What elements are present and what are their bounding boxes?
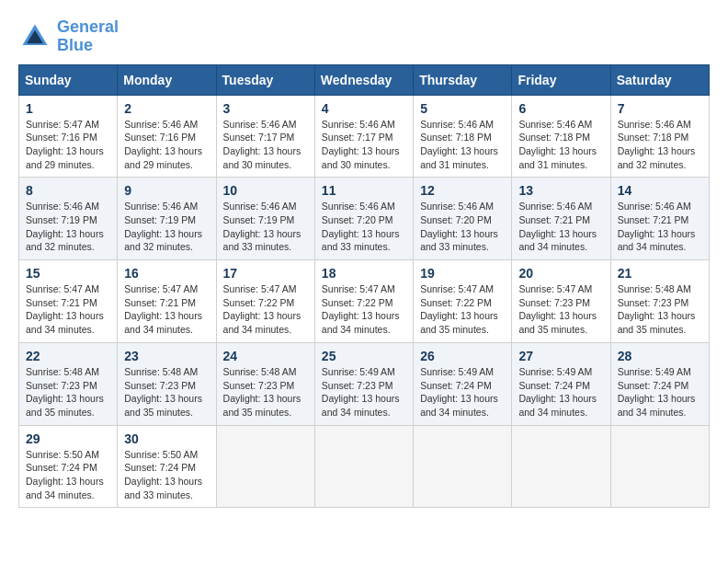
- day-number: 13: [518, 183, 603, 198]
- day-cell: [610, 425, 709, 508]
- day-info: Sunrise: 5:49 AMSunset: 7:23 PMDaylight:…: [322, 365, 406, 419]
- calendar: SundayMondayTuesdayWednesdayThursdayFrid…: [18, 64, 710, 509]
- week-row-0: 1Sunrise: 5:47 AMSunset: 7:16 PMDaylight…: [19, 95, 710, 178]
- day-info: Sunrise: 5:46 AMSunset: 7:19 PMDaylight:…: [124, 200, 209, 254]
- day-info: Sunrise: 5:47 AMSunset: 7:23 PMDaylight:…: [518, 282, 603, 337]
- day-info: Sunrise: 5:48 AMSunset: 7:23 PMDaylight:…: [26, 365, 110, 419]
- day-number: 26: [420, 349, 505, 363]
- header-tuesday: Tuesday: [216, 64, 314, 95]
- week-row-1: 8Sunrise: 5:46 AMSunset: 7:19 PMDaylight…: [19, 178, 710, 260]
- day-cell: 2Sunrise: 5:46 AMSunset: 7:16 PMDaylight…: [118, 95, 216, 178]
- day-info: Sunrise: 5:48 AMSunset: 7:23 PMDaylight:…: [124, 365, 209, 419]
- logo: General Blue: [18, 18, 119, 55]
- day-cell: 19Sunrise: 5:47 AMSunset: 7:22 PMDayligh…: [414, 260, 512, 343]
- day-info: Sunrise: 5:46 AMSunset: 7:20 PMDaylight:…: [322, 200, 406, 254]
- day-info: Sunrise: 5:46 AMSunset: 7:21 PMDaylight:…: [618, 200, 702, 254]
- day-info: Sunrise: 5:49 AMSunset: 7:24 PMDaylight:…: [618, 365, 702, 419]
- header-friday: Friday: [512, 64, 610, 95]
- day-number: 4: [322, 101, 406, 116]
- day-number: 30: [124, 431, 209, 446]
- day-number: 5: [420, 101, 505, 116]
- day-number: 24: [223, 349, 308, 363]
- day-cell: 26Sunrise: 5:49 AMSunset: 7:24 PMDayligh…: [414, 342, 512, 425]
- day-number: 11: [322, 183, 406, 198]
- header-monday: Monday: [118, 64, 216, 95]
- day-cell: 21Sunrise: 5:48 AMSunset: 7:23 PMDayligh…: [610, 260, 709, 343]
- day-info: Sunrise: 5:46 AMSunset: 7:18 PMDaylight:…: [618, 118, 702, 172]
- day-info: Sunrise: 5:46 AMSunset: 7:17 PMDaylight:…: [322, 118, 406, 172]
- day-cell: 16Sunrise: 5:47 AMSunset: 7:21 PMDayligh…: [118, 260, 216, 343]
- day-cell: 12Sunrise: 5:46 AMSunset: 7:20 PMDayligh…: [414, 178, 512, 260]
- day-number: 25: [322, 349, 406, 363]
- week-row-2: 15Sunrise: 5:47 AMSunset: 7:21 PMDayligh…: [19, 260, 710, 343]
- day-number: 20: [518, 266, 603, 281]
- day-number: 16: [124, 266, 209, 281]
- day-cell: 8Sunrise: 5:46 AMSunset: 7:19 PMDaylight…: [19, 178, 118, 260]
- day-cell: [512, 425, 610, 508]
- day-cell: 20Sunrise: 5:47 AMSunset: 7:23 PMDayligh…: [512, 260, 610, 343]
- day-number: 29: [26, 431, 110, 446]
- day-cell: 13Sunrise: 5:46 AMSunset: 7:21 PMDayligh…: [512, 178, 610, 260]
- day-cell: 24Sunrise: 5:48 AMSunset: 7:23 PMDayligh…: [216, 342, 314, 425]
- day-cell: 6Sunrise: 5:46 AMSunset: 7:18 PMDaylight…: [512, 95, 610, 178]
- day-info: Sunrise: 5:47 AMSunset: 7:22 PMDaylight:…: [223, 282, 308, 337]
- day-info: Sunrise: 5:46 AMSunset: 7:19 PMDaylight:…: [223, 200, 308, 254]
- day-cell: [216, 425, 314, 508]
- day-number: 2: [124, 101, 209, 116]
- day-info: Sunrise: 5:50 AMSunset: 7:24 PMDaylight:…: [26, 448, 110, 502]
- header-sunday: Sunday: [19, 64, 118, 95]
- day-info: Sunrise: 5:46 AMSunset: 7:18 PMDaylight:…: [518, 118, 603, 172]
- day-number: 22: [26, 349, 110, 363]
- header-wednesday: Wednesday: [314, 64, 413, 95]
- day-info: Sunrise: 5:46 AMSunset: 7:20 PMDaylight:…: [420, 200, 505, 254]
- day-info: Sunrise: 5:49 AMSunset: 7:24 PMDaylight:…: [518, 365, 603, 419]
- day-info: Sunrise: 5:48 AMSunset: 7:23 PMDaylight:…: [223, 365, 308, 419]
- day-cell: 11Sunrise: 5:46 AMSunset: 7:20 PMDayligh…: [314, 178, 413, 260]
- day-cell: [314, 425, 413, 508]
- day-info: Sunrise: 5:46 AMSunset: 7:19 PMDaylight:…: [26, 200, 110, 254]
- day-cell: 15Sunrise: 5:47 AMSunset: 7:21 PMDayligh…: [19, 260, 118, 343]
- day-info: Sunrise: 5:46 AMSunset: 7:21 PMDaylight:…: [518, 200, 603, 254]
- header: General Blue: [18, 18, 710, 55]
- day-cell: 18Sunrise: 5:47 AMSunset: 7:22 PMDayligh…: [314, 260, 413, 343]
- day-number: 14: [618, 183, 702, 198]
- day-cell: 10Sunrise: 5:46 AMSunset: 7:19 PMDayligh…: [216, 178, 314, 260]
- day-number: 6: [518, 101, 603, 116]
- header-saturday: Saturday: [610, 64, 709, 95]
- day-cell: 3Sunrise: 5:46 AMSunset: 7:17 PMDaylight…: [216, 95, 314, 178]
- day-cell: 7Sunrise: 5:46 AMSunset: 7:18 PMDaylight…: [610, 95, 709, 178]
- day-cell: 22Sunrise: 5:48 AMSunset: 7:23 PMDayligh…: [19, 342, 118, 425]
- day-cell: 25Sunrise: 5:49 AMSunset: 7:23 PMDayligh…: [314, 342, 413, 425]
- day-number: 18: [322, 266, 406, 281]
- day-cell: [414, 425, 512, 508]
- day-number: 23: [124, 349, 209, 363]
- logo-icon: [18, 20, 51, 53]
- day-number: 8: [26, 183, 110, 198]
- day-info: Sunrise: 5:50 AMSunset: 7:24 PMDaylight:…: [124, 448, 209, 502]
- day-cell: 5Sunrise: 5:46 AMSunset: 7:18 PMDaylight…: [414, 95, 512, 178]
- day-number: 9: [124, 183, 209, 198]
- day-cell: 30Sunrise: 5:50 AMSunset: 7:24 PMDayligh…: [118, 425, 216, 508]
- day-info: Sunrise: 5:48 AMSunset: 7:23 PMDaylight:…: [618, 282, 702, 337]
- day-number: 19: [420, 266, 505, 281]
- day-info: Sunrise: 5:47 AMSunset: 7:21 PMDaylight:…: [26, 282, 110, 337]
- day-info: Sunrise: 5:47 AMSunset: 7:22 PMDaylight:…: [420, 282, 505, 337]
- day-cell: 4Sunrise: 5:46 AMSunset: 7:17 PMDaylight…: [314, 95, 413, 178]
- day-info: Sunrise: 5:46 AMSunset: 7:17 PMDaylight:…: [223, 118, 308, 172]
- day-number: 1: [26, 101, 110, 116]
- day-cell: 14Sunrise: 5:46 AMSunset: 7:21 PMDayligh…: [610, 178, 709, 260]
- day-info: Sunrise: 5:49 AMSunset: 7:24 PMDaylight:…: [420, 365, 505, 419]
- day-number: 3: [223, 101, 308, 116]
- day-cell: 28Sunrise: 5:49 AMSunset: 7:24 PMDayligh…: [610, 342, 709, 425]
- day-number: 27: [518, 349, 603, 363]
- day-number: 12: [420, 183, 505, 198]
- week-row-4: 29Sunrise: 5:50 AMSunset: 7:24 PMDayligh…: [19, 425, 710, 508]
- day-info: Sunrise: 5:46 AMSunset: 7:18 PMDaylight:…: [420, 118, 505, 172]
- day-cell: 27Sunrise: 5:49 AMSunset: 7:24 PMDayligh…: [512, 342, 610, 425]
- day-info: Sunrise: 5:47 AMSunset: 7:21 PMDaylight:…: [124, 282, 209, 337]
- day-number: 17: [223, 266, 308, 281]
- day-cell: 23Sunrise: 5:48 AMSunset: 7:23 PMDayligh…: [118, 342, 216, 425]
- header-thursday: Thursday: [414, 64, 512, 95]
- day-cell: 29Sunrise: 5:50 AMSunset: 7:24 PMDayligh…: [19, 425, 118, 508]
- day-number: 15: [26, 266, 110, 281]
